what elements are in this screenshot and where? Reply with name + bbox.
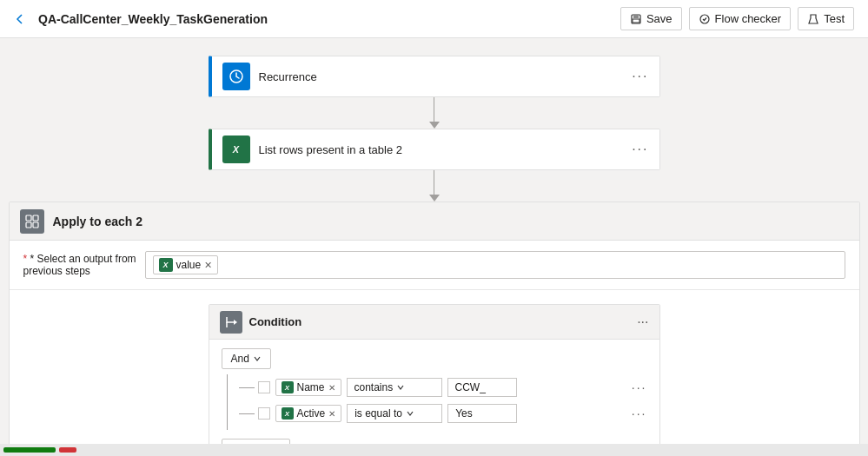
test-button[interactable]: Test xyxy=(798,7,854,30)
select-output-label: * * Select an output from previous steps xyxy=(23,253,145,277)
and-row: And xyxy=(209,340,659,374)
list-rows-label: List rows present in a table 2 xyxy=(259,143,633,156)
tag-label: value xyxy=(176,259,202,271)
svg-rect-1 xyxy=(633,15,639,18)
condition-row-1: X Name ✕ contains xyxy=(246,378,647,397)
flow-area: Recurrence ··· X List rows present in a … xyxy=(0,56,868,456)
list-rows-more-button[interactable]: ··· xyxy=(632,142,648,157)
arrow-connector-1 xyxy=(429,97,440,129)
apply-each-container: Apply to each 2 * * Select an output fro… xyxy=(9,202,860,456)
back-arrow-icon xyxy=(14,13,26,25)
select-output-field[interactable]: X value ✕ xyxy=(145,251,845,279)
condition-icon xyxy=(220,311,242,334)
and-label: And xyxy=(231,353,249,365)
name-tag-close[interactable]: ✕ xyxy=(328,383,335,393)
condition-title: Condition xyxy=(249,315,638,328)
recurrence-node: Recurrence ··· xyxy=(209,56,660,97)
save-button[interactable]: Save xyxy=(620,7,682,30)
svg-rect-7 xyxy=(26,222,31,228)
page-title: QA-CallCenter_Weekly_TaskGeneration xyxy=(38,12,620,26)
arrow-head-2 xyxy=(429,195,440,202)
condition-checkbox-2[interactable] xyxy=(258,407,270,420)
svg-rect-6 xyxy=(33,215,38,221)
recurrence-label: Recurrence xyxy=(259,70,633,83)
chevron-down-icon xyxy=(253,354,262,363)
apply-each-header: Apply to each 2 xyxy=(10,202,859,241)
row1-more-button[interactable]: ··· xyxy=(632,380,647,394)
flow-checker-icon xyxy=(699,13,711,25)
header-actions: Save Flow checker Test xyxy=(620,7,854,30)
dropdown-chevron-icon xyxy=(396,383,405,392)
header: QA-CallCenter_Weekly_TaskGeneration Save… xyxy=(0,0,868,38)
recurrence-more-button[interactable]: ··· xyxy=(632,69,648,84)
flow-checker-button[interactable]: Flow checker xyxy=(689,7,792,30)
yes-value-field[interactable]: Yes xyxy=(447,404,517,423)
save-icon xyxy=(630,13,642,25)
arrow-head xyxy=(429,122,440,129)
active-tag-close[interactable]: ✕ xyxy=(328,409,335,419)
bottom-status-bar xyxy=(0,444,868,456)
dropdown-chevron-icon-2 xyxy=(406,409,414,418)
apply-each-title: Apply to each 2 xyxy=(53,215,849,228)
select-output-row: * * Select an output from previous steps… xyxy=(10,241,859,290)
ccw-value-field[interactable]: CCW_ xyxy=(447,378,517,397)
list-rows-node: X List rows present in a table 2 ··· xyxy=(209,129,660,170)
excel-icon-active: X xyxy=(282,407,294,420)
progress-red xyxy=(59,447,76,453)
condition-block: Condition ··· And xyxy=(209,304,660,456)
condition-checkbox-1[interactable] xyxy=(258,381,270,393)
branch-icon xyxy=(224,315,238,329)
recurrence-icon xyxy=(222,63,250,90)
contains-dropdown[interactable]: contains xyxy=(347,378,442,397)
svg-rect-2 xyxy=(633,19,639,23)
name-tag: X Name ✕ xyxy=(275,379,341,396)
excel-tag-icon: X xyxy=(159,258,173,272)
arrow-connector-2 xyxy=(429,170,440,202)
equal-to-dropdown[interactable]: is equal to xyxy=(347,404,442,423)
test-icon xyxy=(807,13,819,25)
clock-icon xyxy=(229,69,244,84)
and-button[interactable]: And xyxy=(222,348,271,369)
connector-line xyxy=(434,97,434,122)
active-tag: X Active ✕ xyxy=(275,405,342,422)
svg-rect-5 xyxy=(26,215,31,221)
condition-more-button[interactable]: ··· xyxy=(637,314,648,330)
excel-icon-name: X xyxy=(282,381,294,393)
connector-line xyxy=(434,170,434,195)
tag-close-button[interactable]: ✕ xyxy=(204,260,212,271)
flow-canvas: Recurrence ··· X List rows present in a … xyxy=(0,38,868,456)
progress-green xyxy=(3,447,56,453)
condition-header: Condition ··· xyxy=(209,305,659,340)
value-tag: X value ✕ xyxy=(153,255,219,274)
condition-row-2: X Active ✕ is equal to xyxy=(246,404,647,423)
row2-more-button[interactable]: ··· xyxy=(632,406,647,420)
back-button[interactable] xyxy=(14,13,30,25)
condition-rows: X Name ✕ contains xyxy=(234,374,659,430)
svg-rect-8 xyxy=(33,222,38,228)
loop-icon xyxy=(25,215,39,228)
condition-area: Condition ··· And xyxy=(10,290,859,456)
svg-marker-9 xyxy=(234,320,237,325)
excel-icon-list-rows: X xyxy=(222,135,250,163)
apply-each-icon xyxy=(20,209,44,234)
